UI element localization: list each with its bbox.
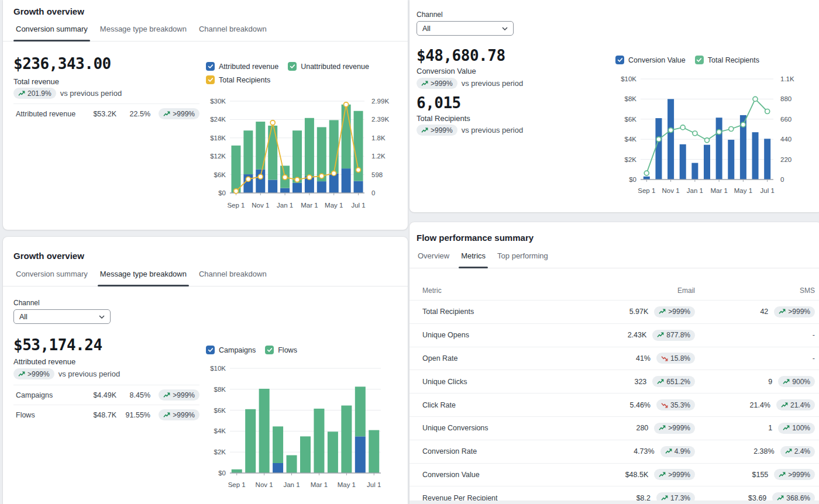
checkbox-checked-icon [695,56,704,64]
svg-text:$4K: $4K [625,136,637,143]
svg-text:Jul 1: Jul 1 [351,202,365,209]
chart-legend: CampaignsFlows [206,346,297,354]
breakdown-row: Flows$48.7K91.55%>999% [13,405,199,424]
trend-up-icon [781,402,788,408]
col-email: 5.97K>999% [531,306,695,317]
svg-text:$2K: $2K [625,156,637,163]
page-title: Growth overview [13,251,84,261]
page-title: Flow performance summary [417,233,534,243]
svg-text:Mar 1: Mar 1 [301,202,318,209]
breakdown-share: 8.45% [116,391,150,399]
tab-channel-breakdown[interactable]: Channel breakdown [198,21,268,41]
chart-legend: Conversion ValueTotal Recipients [615,56,759,64]
metric-name: Open Rate [422,354,531,363]
tab-message-type-breakdown[interactable]: Message type breakdown [99,266,188,286]
col-email: 5.46%35.3% [531,399,695,410]
legend-item-total-recipients[interactable]: Total Recipients [695,56,759,64]
column-header-metric: Metric [422,286,531,295]
svg-text:May 1: May 1 [734,187,752,194]
tab-conversion-summary[interactable]: Conversion summary [15,21,89,41]
table-row: Click Rate5.46%35.3%21.4%21.4% [410,393,819,416]
svg-text:$10K: $10K [210,365,226,372]
legend-item-total-recipients[interactable]: Total Recipients [206,75,270,84]
channel-select[interactable]: All [417,21,514,36]
legend-label: Unattributed revenue [301,63,369,71]
total-recipients-trend-row: >999% vs previous period [417,125,523,136]
col-email: 280>999% [531,423,695,434]
table-row: Unique Opens2.43K877.8%- [410,323,819,347]
trend-up-icon [659,425,666,431]
cell-value: 4.73% [634,447,654,455]
legend-item-attributed-revenue[interactable]: Attributed revenue [206,62,278,71]
trend-value: >999% [431,126,453,134]
cell-value: 1 [768,424,772,432]
tab-metrics[interactable]: Metrics [460,248,487,268]
channel-select[interactable]: All [13,309,111,324]
svg-text:$12K: $12K [210,153,226,160]
growth-overview-panel-top: Growth overview Conversion summary Messa… [3,0,408,230]
conversion-value-label: Conversion Value [417,67,476,75]
tab-overview[interactable]: Overview [417,248,450,268]
trend-value: >999% [788,471,810,479]
metric-name: Click Rate [422,401,531,409]
breakdown-share: 91.55% [116,411,150,419]
col-email: 2.43K877.8% [531,330,695,341]
svg-text:880: 880 [780,95,792,102]
trend-down-icon [661,402,668,408]
trend-up-icon [779,472,786,478]
trend-up-icon [659,472,666,478]
column-header-email: Email [531,286,695,295]
trend-badge: >999% [159,409,199,420]
svg-text:0: 0 [780,176,784,183]
svg-text:$4K: $4K [214,427,226,434]
trend-badge: 651.2% [652,376,695,387]
col-email: 4.73%4.9% [531,446,695,457]
conversion-value-trend-row: >999% vs previous period [417,78,523,89]
tab-channel-breakdown[interactable]: Channel breakdown [198,266,268,286]
svg-text:May 1: May 1 [325,202,343,209]
chevron-down-icon [502,27,508,30]
growth-overview-panel-bottom: Growth overview Conversion summary Messa… [3,237,408,504]
cell-value: 5.97K [629,308,649,316]
col-email: 41%15.8% [531,353,695,364]
trend-value: 15.8% [670,354,690,363]
svg-text:Nov 1: Nov 1 [662,187,680,194]
svg-text:Jul 1: Jul 1 [760,187,775,194]
svg-text:$8K: $8K [625,95,637,102]
conversion-value-panel: Channel All $48,680.78 Conversion Value … [410,0,819,212]
legend-label: Conversion Value [628,56,686,64]
growth-bottom-tabs: Conversion summary Message type breakdow… [3,266,408,286]
cell-value: 41% [636,354,651,363]
trend-up-icon [779,309,786,315]
vs-previous-period-label: vs previous period [58,370,121,378]
trend-value: 201.9% [27,89,51,98]
svg-text:Nov 1: Nov 1 [256,481,273,488]
cell-value: 323 [634,378,646,386]
legend-label: Attributed revenue [219,63,278,71]
legend-item-conversion-value[interactable]: Conversion Value [615,56,686,64]
svg-text:Sep 1: Sep 1 [638,187,655,194]
svg-text:$6K: $6K [214,171,226,178]
total-revenue-trend-row: 201.9% vs previous period [13,88,122,99]
tab-top-performing[interactable]: Top performing [496,248,549,268]
svg-text:598: 598 [371,171,383,178]
cell-value: 21.4% [750,401,770,409]
channel-select-value: All [422,25,431,33]
trend-badge: 201.9% [13,88,56,99]
tab-message-type-breakdown[interactable]: Message type breakdown [99,21,188,41]
tab-conversion-summary[interactable]: Conversion summary [15,266,89,286]
legend-item-flows[interactable]: Flows [265,346,297,354]
legend-item-unattributed-revenue[interactable]: Unattributed revenue [288,62,369,71]
legend-item-campaigns[interactable]: Campaigns [206,346,256,354]
trend-up-icon [783,425,790,431]
conversion-value-chart: $0$2K$4K$6K$8K$10K02204406608801.1KSep 1… [614,73,816,201]
empty-value: - [813,354,815,363]
breakdown-row: Attributed revenue$53.2K22.5%>999% [13,103,199,123]
page-title: Growth overview [13,6,84,16]
breakdown-label: Campaigns [16,391,80,399]
attributed-revenue-value: $53,174.24 [13,336,102,354]
col-email: $48.5K>999% [531,469,695,480]
trend-value: 4.9% [675,447,690,455]
trend-up-icon [163,412,170,418]
checkbox-checked-icon [615,56,624,64]
